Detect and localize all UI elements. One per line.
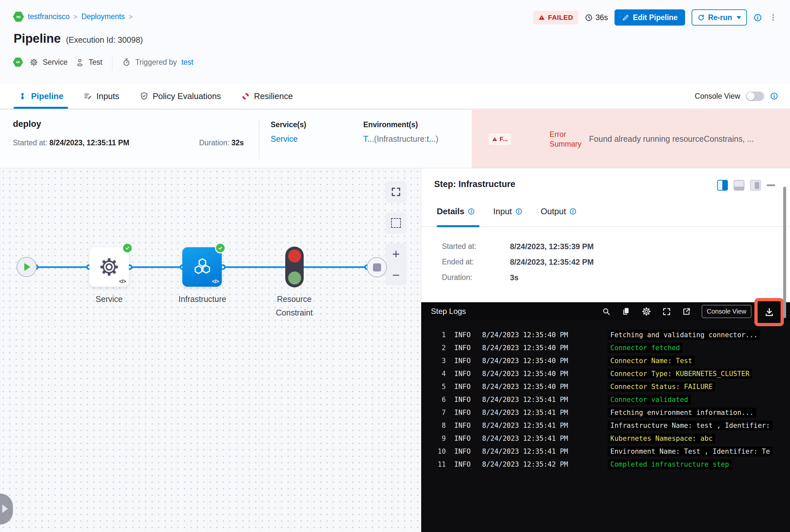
log-line-number: 6: [421, 396, 446, 403]
check-icon: [125, 245, 130, 251]
panel-layout-controls: [717, 180, 775, 191]
breadcrumb-separator: >: [73, 13, 77, 21]
edit-pipeline-button[interactable]: Edit Pipeline: [614, 10, 685, 25]
log-search-button[interactable]: [602, 307, 611, 316]
top-header: ∞ testfrancisco > Deployments > Pipeline…: [0, 0, 790, 83]
breadcrumb-deployments-link[interactable]: Deployments: [81, 12, 125, 21]
log-line-number: 11: [421, 460, 446, 468]
environment-infra-text: (Infrastructure:: [374, 134, 427, 144]
kebab-menu-icon[interactable]: [769, 13, 778, 22]
log-row: 2INFO8/24/2023 12:35:40 PMConnector fetc…: [421, 341, 790, 354]
field-label: Ended at:: [442, 258, 474, 266]
tab-label: Policy Evaluations: [153, 91, 221, 101]
log-download-button[interactable]: [764, 307, 774, 318]
clock-icon: [585, 14, 593, 22]
layout-bottom-view-button[interactable]: [734, 180, 745, 191]
log-row: 6INFO8/24/2023 12:35:41 PMConnector vali…: [421, 393, 790, 406]
layout-right-view-button[interactable]: [717, 180, 728, 191]
field-ended-at: Ended at: 8/24/2023, 12:35:42 PM: [442, 258, 474, 266]
external-link-icon: [682, 307, 691, 316]
status-badge-label: FAILED: [548, 14, 573, 21]
panel-scrollbar[interactable]: [783, 187, 786, 318]
service-step-node[interactable]: </>: [89, 247, 129, 287]
environment-suffix: ): [436, 134, 438, 144]
inputs-icon: [84, 92, 92, 101]
minimize-panel-button[interactable]: [767, 185, 775, 186]
field-duration: Duration: 3s: [442, 273, 472, 282]
start-node[interactable]: [17, 257, 37, 277]
tab-input[interactable]: Input: [493, 207, 522, 216]
active-tab-underline: [437, 225, 479, 227]
pipeline-meta-row: ∞ Service Test Triggered by test: [13, 55, 193, 69]
log-level: INFO: [454, 370, 474, 378]
log-copy-button[interactable]: [621, 307, 631, 316]
header-actions: FAILED 36s Edit Pipeline Re-run: [533, 9, 778, 26]
log-line-number: 2: [421, 344, 446, 352]
step-logs-title: Step Logs: [431, 307, 466, 316]
service-link[interactable]: Service: [271, 134, 306, 144]
log-console-view-button[interactable]: Console View: [702, 305, 752, 318]
red-light-icon: [288, 249, 301, 263]
started-at: Started at: 8/24/2023, 12:35:11 PM: [13, 138, 129, 147]
log-message: Connector fetched: [608, 343, 682, 353]
expand-left-panel-handle[interactable]: [0, 494, 13, 525]
log-message: Connector Status: FAILURE: [608, 382, 715, 392]
rerun-button[interactable]: Re-run: [692, 10, 747, 25]
info-icon[interactable]: [515, 208, 522, 215]
log-level: INFO: [454, 383, 474, 391]
info-icon[interactable]: [467, 208, 475, 215]
tab-label: Pipeline: [31, 91, 63, 101]
log-level: INFO: [454, 331, 474, 339]
summary-divider: [259, 119, 259, 158]
success-check-badge: [122, 243, 133, 253]
breadcrumb-project-link[interactable]: testfrancisco: [28, 12, 70, 21]
info-icon[interactable]: [753, 13, 762, 22]
field-started-at: Started at: 8/24/2023, 12:35:39 PM: [442, 242, 476, 251]
tab-inputs[interactable]: Inputs: [84, 83, 120, 109]
harness-logo-icon: ∞: [13, 58, 23, 66]
log-line-number: 1: [421, 331, 446, 339]
pipeline-graph-canvas[interactable]: </> Service </> Infrastructure Resource …: [0, 168, 421, 532]
tab-label: Resilience: [254, 91, 293, 101]
log-row: 5INFO8/24/2023 12:35:40 PMConnector Stat…: [421, 380, 790, 393]
layout-minimized-view-button[interactable]: [750, 180, 761, 191]
log-open-new-tab-button[interactable]: [682, 307, 691, 316]
harness-logo-icon: ∞: [13, 12, 24, 22]
log-rows: 1INFO8/24/2023 12:35:40 PMFetching and v…: [421, 328, 790, 471]
tab-label: Output: [541, 207, 566, 216]
infrastructure-link[interactable]: t...: [427, 134, 436, 144]
services-column: Service(s) Service: [271, 120, 306, 144]
highlight-annotation-box: [754, 298, 784, 326]
service-meta-label: Service: [43, 58, 68, 66]
info-icon[interactable]: [770, 92, 778, 100]
log-timestamp: 8/24/2023 12:35:40 PM: [482, 357, 584, 365]
tab-pipeline[interactable]: Pipeline: [18, 83, 63, 109]
environment-link[interactable]: T...: [363, 134, 374, 144]
started-at-label: Started at:: [13, 138, 47, 147]
canvas-fullscreen-button[interactable]: [385, 181, 407, 203]
environment-value: T...(Infrastructure:t...): [363, 134, 438, 144]
triggered-by-user-link[interactable]: test: [181, 58, 193, 66]
tab-resilience[interactable]: Resilience: [241, 83, 293, 109]
canvas-select-button[interactable]: [385, 212, 407, 234]
end-node[interactable]: [367, 257, 387, 277]
infrastructure-step-node[interactable]: </>: [182, 247, 222, 287]
field-label: Duration:: [442, 273, 472, 282]
zoom-in-button[interactable]: +: [392, 248, 400, 261]
tab-details[interactable]: Details: [437, 207, 475, 216]
step-logs-body[interactable]: 1INFO8/24/2023 12:35:40 PMFetching and v…: [421, 321, 790, 532]
tab-output[interactable]: Output: [541, 207, 577, 216]
execution-id: (Execution Id: 30098): [66, 35, 143, 45]
tab-policy-evaluations[interactable]: Policy Evaluations: [140, 83, 221, 109]
log-level: INFO: [454, 422, 474, 430]
stage-summary-bar: deploy Started at: 8/24/2023, 12:35:11 P…: [0, 110, 790, 168]
log-fullscreen-button[interactable]: [662, 307, 671, 316]
field-value: 3s: [510, 273, 519, 282]
console-view-toggle[interactable]: [746, 92, 764, 101]
log-settings-button[interactable]: [641, 306, 651, 317]
environments-label: Environment(s): [363, 120, 438, 129]
resource-constraint-node[interactable]: [285, 247, 304, 287]
info-icon[interactable]: [569, 208, 577, 215]
log-row: 7INFO8/24/2023 12:35:41 PMFetching envir…: [421, 406, 790, 419]
zoom-out-button[interactable]: −: [392, 269, 400, 282]
